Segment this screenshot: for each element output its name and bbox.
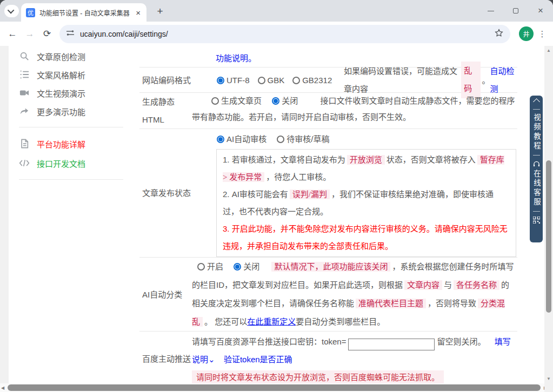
back-button[interactable]: ← [4,26,21,42]
sidebar-item-style-analysis[interactable]: 文案风格解析 [19,65,138,84]
restore-button[interactable] [503,0,528,22]
open-browse-highlight: 开放浏览 [347,155,385,165]
close-button[interactable]: × [528,0,553,22]
new-tab-button[interactable]: + [153,4,167,18]
site-settings-icon[interactable] [66,29,75,39]
radio-gb2312[interactable]: GB2312 [292,71,332,89]
radio-generate-page[interactable]: 生成文章页 [211,96,262,105]
row-baidu-push: 百度主动推送 请填写百度资源平台推送接口密钥：token=留空则关闭。 填写说明… [139,332,517,387]
radio-pending-draft[interactable]: 待审核/草稿 [277,134,329,144]
sidebar-item-label: 文案风格解析 [37,69,85,80]
row-label: 生成静态HTML [139,93,192,129]
address-bar[interactable]: ucaiyun.com/caiji/settings/ [59,25,510,43]
chevron-down-icon [8,7,15,14]
settings-table: 功能说明。 网站编码格式 UTF-8 GBK GB2312 如果编码设置错误，可… [139,46,517,387]
sidebar-item-label: 文章原创检测 [37,51,85,62]
radio-icon [292,77,300,84]
sidebar-item-label: 接口开发文档 [37,158,85,169]
row-label [139,46,192,67]
sidebar-item-more-demos[interactable]: 更多演示功能 [19,102,138,120]
url-text[interactable]: ucaiyun.com/caiji/settings/ [80,30,489,38]
row-static-html: 生成静态HTML 生成文章页 关闭 接口文件收到文章时自动生成静态文件，需要您的… [139,93,517,129]
radio-icon [211,97,219,105]
radio-ai-review[interactable]: AI自动审核 [217,134,266,144]
horizontal-scrollbar-thumb[interactable] [8,384,541,391]
sidebar-divider [19,179,123,180]
video-tutorial-button[interactable]: 视频教程 [530,113,543,151]
vertical-scrollbar-thumb[interactable] [546,160,551,313]
reload-button[interactable]: ⟳ [39,26,55,42]
token-hint: 请填写百度资源平台推送接口密钥：token= [192,337,346,346]
scrollbar-corner [544,383,553,392]
bookmark-star-icon[interactable] [494,28,504,40]
sidebar-item-originality-check[interactable]: 文章原创检测 [19,47,138,65]
sidebar-divider [19,127,123,127]
radio-icon [272,97,279,105]
back-to-top-icon[interactable] [533,98,540,105]
sidebar: 文章原创检测 文案风格解析 文生视频演示 更多演示功能 [9,47,138,186]
scroll-left-icon[interactable]: ◀ [1,386,4,390]
panel-divider [533,155,540,156]
verify-token-link[interactable]: 验证token是否正确 [224,355,292,364]
sidebar-item-video-demo[interactable]: 文生视频演示 [19,84,138,102]
document-icon [19,138,30,149]
misjudge-highlight: 误判/漏判 [290,190,330,199]
search-icon [19,51,30,62]
sidebar-item-label: 文生视频演示 [37,87,85,99]
radio-icon [258,77,265,84]
window-controls: × [478,0,553,22]
radio-utf8[interactable]: UTF-8 [217,71,250,89]
scroll-down-icon[interactable]: ▼ [544,376,553,381]
feature-description-link[interactable]: 功能说明。 [216,52,256,64]
ordered-list-icon [19,69,30,80]
panel-divider [533,211,540,212]
row-intro: 功能说明。 [139,46,517,67]
row-label: 网站编码格式 [139,67,192,92]
sidebar-item-label: 更多演示功能 [37,106,85,117]
radio-icon [217,77,224,84]
default-off-highlight: 默认情况下，此项功能应该关闭 [271,262,390,272]
online-service-button[interactable]: 在线客服 [530,170,543,207]
sidebar-item-label: 平台功能详解 [37,138,85,150]
site-favicon-icon: 优 [26,8,35,17]
scroll-up-icon[interactable]: ▲ [544,48,553,53]
minimize-icon [488,11,494,11]
radio-icon [197,263,205,271]
page-content: 文章原创检测 文案风格解析 文生视频演示 更多演示功能 [0,46,553,392]
code-icon [19,158,30,168]
sidebar-item-platform-features[interactable]: 平台功能详解 [19,134,138,153]
radio-gbk[interactable]: GBK [258,71,285,89]
row-encoding: 网站编码格式 UTF-8 GBK GB2312 如果编码设置错误，可能造成文章内… [139,67,517,93]
browser-menu-button[interactable]: ⋮ [538,30,547,38]
baidu-spider-warning: 请同时将文章发布状态设为开放浏览，否则百度蜘蛛可能无法抓取。 [192,370,444,384]
sidebar-item-api-docs[interactable]: 接口开发文档 [19,153,138,173]
left-scroll-track[interactable] [0,46,9,383]
radio-icon [217,136,224,143]
tab-close-icon[interactable]: × [135,9,141,17]
baidu-token-input[interactable] [348,339,435,350]
radio-category-on[interactable]: 开启 [197,262,223,271]
radio-category-off[interactable]: 关闭 [234,262,259,271]
article-content-highlight: 文章内容 [404,280,442,290]
profile-avatar[interactable]: 井 [519,26,534,41]
vertical-scrollbar[interactable]: ▲ ▼ [544,46,553,383]
redefine-categories-link[interactable]: 在此重新定义 [247,317,296,326]
tab-search-button[interactable] [4,5,19,17]
forward-arrow-icon [19,106,30,117]
accurate-topic-highlight: 准确代表栏目主题 [356,299,426,308]
browser-titlebar: 优 功能细节设置 - 自动文章采集器 × + × [0,0,553,22]
browser-toolbar: ← → ⟳ ucaiyun.com/caiji/settings/ 井 ⋮ [0,22,553,46]
browser-tab[interactable]: 优 功能细节设置 - 自动文章采集器 × [21,3,146,22]
row-label: AI自动分类 [139,258,192,331]
video-camera-icon [19,87,30,98]
panel-divider [533,109,540,110]
forward-button[interactable]: → [22,26,38,42]
horizontal-scrollbar[interactable]: ◀ ▶ [0,383,553,392]
liability-warning: 3. 开启此功能，并不能免除您对发布内容进行审核的义务。请确保内容无风险无违规，… [223,224,508,251]
tab-title: 功能细节设置 - 自动文章采集器 [39,8,131,17]
publish-notes-box: 1. 若审核通过，文章将自动发布为开放浏览状态，否则文章将被存入暂存库 > 发布… [216,149,516,257]
qr-code-icon[interactable] [533,216,540,225]
minimize-button[interactable] [478,0,503,22]
headset-icon[interactable] [533,160,540,169]
radio-static-off[interactable]: 关闭 [272,96,298,105]
